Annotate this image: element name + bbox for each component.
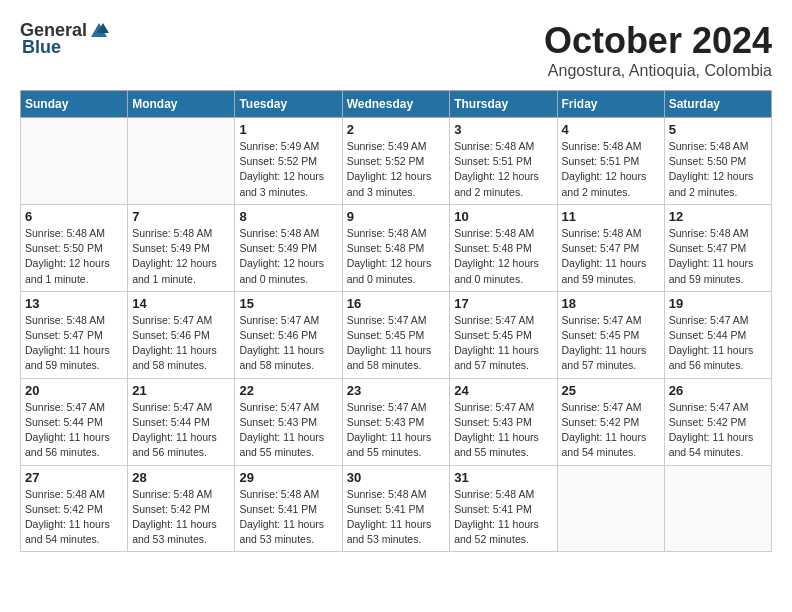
logo-icon <box>89 21 109 41</box>
calendar-cell: 10Sunrise: 5:48 AM Sunset: 5:48 PM Dayli… <box>450 204 557 291</box>
day-info: Sunrise: 5:47 AM Sunset: 5:42 PM Dayligh… <box>669 400 767 461</box>
calendar-cell <box>664 465 771 552</box>
col-header-saturday: Saturday <box>664 91 771 118</box>
calendar-cell: 16Sunrise: 5:47 AM Sunset: 5:45 PM Dayli… <box>342 291 450 378</box>
day-info: Sunrise: 5:47 AM Sunset: 5:44 PM Dayligh… <box>25 400 123 461</box>
calendar-cell: 3Sunrise: 5:48 AM Sunset: 5:51 PM Daylig… <box>450 118 557 205</box>
calendar-cell: 29Sunrise: 5:48 AM Sunset: 5:41 PM Dayli… <box>235 465 342 552</box>
day-number: 30 <box>347 470 446 485</box>
calendar-cell: 13Sunrise: 5:48 AM Sunset: 5:47 PM Dayli… <box>21 291 128 378</box>
calendar-cell: 6Sunrise: 5:48 AM Sunset: 5:50 PM Daylig… <box>21 204 128 291</box>
day-number: 21 <box>132 383 230 398</box>
calendar-week-5: 27Sunrise: 5:48 AM Sunset: 5:42 PM Dayli… <box>21 465 772 552</box>
calendar-cell <box>128 118 235 205</box>
calendar-cell: 18Sunrise: 5:47 AM Sunset: 5:45 PM Dayli… <box>557 291 664 378</box>
calendar-cell: 1Sunrise: 5:49 AM Sunset: 5:52 PM Daylig… <box>235 118 342 205</box>
calendar-cell: 12Sunrise: 5:48 AM Sunset: 5:47 PM Dayli… <box>664 204 771 291</box>
calendar-cell <box>21 118 128 205</box>
day-info: Sunrise: 5:48 AM Sunset: 5:41 PM Dayligh… <box>239 487 337 548</box>
day-number: 13 <box>25 296 123 311</box>
calendar-cell: 9Sunrise: 5:48 AM Sunset: 5:48 PM Daylig… <box>342 204 450 291</box>
calendar-cell: 2Sunrise: 5:49 AM Sunset: 5:52 PM Daylig… <box>342 118 450 205</box>
day-info: Sunrise: 5:47 AM Sunset: 5:46 PM Dayligh… <box>132 313 230 374</box>
day-number: 31 <box>454 470 552 485</box>
calendar-cell: 20Sunrise: 5:47 AM Sunset: 5:44 PM Dayli… <box>21 378 128 465</box>
col-header-friday: Friday <box>557 91 664 118</box>
day-info: Sunrise: 5:47 AM Sunset: 5:44 PM Dayligh… <box>132 400 230 461</box>
calendar-cell: 24Sunrise: 5:47 AM Sunset: 5:43 PM Dayli… <box>450 378 557 465</box>
day-number: 10 <box>454 209 552 224</box>
calendar-cell: 11Sunrise: 5:48 AM Sunset: 5:47 PM Dayli… <box>557 204 664 291</box>
day-info: Sunrise: 5:47 AM Sunset: 5:45 PM Dayligh… <box>454 313 552 374</box>
day-info: Sunrise: 5:47 AM Sunset: 5:45 PM Dayligh… <box>347 313 446 374</box>
day-number: 20 <box>25 383 123 398</box>
day-info: Sunrise: 5:48 AM Sunset: 5:49 PM Dayligh… <box>132 226 230 287</box>
col-header-tuesday: Tuesday <box>235 91 342 118</box>
calendar-table: SundayMondayTuesdayWednesdayThursdayFrid… <box>20 90 772 552</box>
day-info: Sunrise: 5:48 AM Sunset: 5:42 PM Dayligh… <box>132 487 230 548</box>
logo-blue-text: Blue <box>22 37 61 58</box>
day-number: 29 <box>239 470 337 485</box>
subtitle: Angostura, Antioquia, Colombia <box>544 62 772 80</box>
day-info: Sunrise: 5:47 AM Sunset: 5:42 PM Dayligh… <box>562 400 660 461</box>
calendar-cell: 25Sunrise: 5:47 AM Sunset: 5:42 PM Dayli… <box>557 378 664 465</box>
title-area: October 2024 Angostura, Antioquia, Colom… <box>544 20 772 80</box>
day-info: Sunrise: 5:48 AM Sunset: 5:48 PM Dayligh… <box>454 226 552 287</box>
day-info: Sunrise: 5:47 AM Sunset: 5:46 PM Dayligh… <box>239 313 337 374</box>
col-header-thursday: Thursday <box>450 91 557 118</box>
day-info: Sunrise: 5:48 AM Sunset: 5:47 PM Dayligh… <box>669 226 767 287</box>
calendar-cell <box>557 465 664 552</box>
day-number: 5 <box>669 122 767 137</box>
day-info: Sunrise: 5:48 AM Sunset: 5:47 PM Dayligh… <box>25 313 123 374</box>
calendar-cell: 19Sunrise: 5:47 AM Sunset: 5:44 PM Dayli… <box>664 291 771 378</box>
day-info: Sunrise: 5:48 AM Sunset: 5:42 PM Dayligh… <box>25 487 123 548</box>
calendar-cell: 26Sunrise: 5:47 AM Sunset: 5:42 PM Dayli… <box>664 378 771 465</box>
day-info: Sunrise: 5:47 AM Sunset: 5:43 PM Dayligh… <box>239 400 337 461</box>
day-number: 12 <box>669 209 767 224</box>
day-number: 17 <box>454 296 552 311</box>
day-number: 15 <box>239 296 337 311</box>
day-number: 14 <box>132 296 230 311</box>
day-info: Sunrise: 5:47 AM Sunset: 5:45 PM Dayligh… <box>562 313 660 374</box>
day-info: Sunrise: 5:48 AM Sunset: 5:41 PM Dayligh… <box>454 487 552 548</box>
day-info: Sunrise: 5:48 AM Sunset: 5:41 PM Dayligh… <box>347 487 446 548</box>
calendar-cell: 30Sunrise: 5:48 AM Sunset: 5:41 PM Dayli… <box>342 465 450 552</box>
logo: General Blue <box>20 20 111 58</box>
day-number: 3 <box>454 122 552 137</box>
day-info: Sunrise: 5:48 AM Sunset: 5:49 PM Dayligh… <box>239 226 337 287</box>
day-number: 2 <box>347 122 446 137</box>
day-info: Sunrise: 5:47 AM Sunset: 5:43 PM Dayligh… <box>347 400 446 461</box>
month-title: October 2024 <box>544 20 772 62</box>
calendar-cell: 23Sunrise: 5:47 AM Sunset: 5:43 PM Dayli… <box>342 378 450 465</box>
day-info: Sunrise: 5:49 AM Sunset: 5:52 PM Dayligh… <box>347 139 446 200</box>
calendar-week-1: 1Sunrise: 5:49 AM Sunset: 5:52 PM Daylig… <box>21 118 772 205</box>
day-info: Sunrise: 5:47 AM Sunset: 5:44 PM Dayligh… <box>669 313 767 374</box>
day-number: 28 <box>132 470 230 485</box>
day-number: 11 <box>562 209 660 224</box>
calendar-cell: 17Sunrise: 5:47 AM Sunset: 5:45 PM Dayli… <box>450 291 557 378</box>
day-info: Sunrise: 5:48 AM Sunset: 5:47 PM Dayligh… <box>562 226 660 287</box>
day-number: 16 <box>347 296 446 311</box>
day-info: Sunrise: 5:47 AM Sunset: 5:43 PM Dayligh… <box>454 400 552 461</box>
day-number: 7 <box>132 209 230 224</box>
day-info: Sunrise: 5:49 AM Sunset: 5:52 PM Dayligh… <box>239 139 337 200</box>
day-number: 26 <box>669 383 767 398</box>
calendar-header-row: SundayMondayTuesdayWednesdayThursdayFrid… <box>21 91 772 118</box>
calendar-cell: 15Sunrise: 5:47 AM Sunset: 5:46 PM Dayli… <box>235 291 342 378</box>
day-number: 8 <box>239 209 337 224</box>
day-number: 23 <box>347 383 446 398</box>
calendar-cell: 7Sunrise: 5:48 AM Sunset: 5:49 PM Daylig… <box>128 204 235 291</box>
calendar-cell: 21Sunrise: 5:47 AM Sunset: 5:44 PM Dayli… <box>128 378 235 465</box>
day-number: 4 <box>562 122 660 137</box>
calendar-cell: 27Sunrise: 5:48 AM Sunset: 5:42 PM Dayli… <box>21 465 128 552</box>
calendar-week-2: 6Sunrise: 5:48 AM Sunset: 5:50 PM Daylig… <box>21 204 772 291</box>
calendar-cell: 22Sunrise: 5:47 AM Sunset: 5:43 PM Dayli… <box>235 378 342 465</box>
day-number: 27 <box>25 470 123 485</box>
calendar-cell: 5Sunrise: 5:48 AM Sunset: 5:50 PM Daylig… <box>664 118 771 205</box>
calendar-cell: 14Sunrise: 5:47 AM Sunset: 5:46 PM Dayli… <box>128 291 235 378</box>
col-header-wednesday: Wednesday <box>342 91 450 118</box>
day-info: Sunrise: 5:48 AM Sunset: 5:51 PM Dayligh… <box>562 139 660 200</box>
day-number: 1 <box>239 122 337 137</box>
day-number: 22 <box>239 383 337 398</box>
calendar-cell: 31Sunrise: 5:48 AM Sunset: 5:41 PM Dayli… <box>450 465 557 552</box>
